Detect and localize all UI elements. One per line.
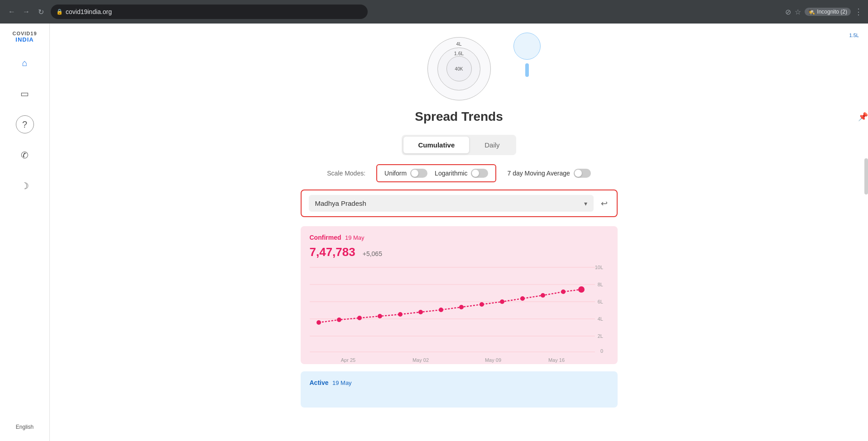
svg-text:Apr 25: Apr 25	[340, 357, 355, 363]
uniform-toggle[interactable]	[410, 169, 427, 178]
svg-point-24	[561, 289, 566, 294]
confirmed-chart-header: Confirmed 19 May	[310, 233, 609, 242]
moving-avg-label: 7 day Moving Average	[507, 170, 570, 177]
uniform-toggle-group: Uniform	[384, 169, 427, 178]
svg-text:10L: 10L	[595, 265, 603, 270]
svg-text:4L: 4L	[597, 316, 603, 322]
svg-point-16	[398, 312, 403, 317]
pin-icon[interactable]: 📌	[858, 112, 868, 122]
svg-point-12	[317, 320, 321, 325]
svg-point-18	[439, 308, 443, 312]
moving-average-group: 7 day Moving Average	[507, 169, 590, 178]
forward-button[interactable]: →	[20, 5, 33, 18]
svg-text:8L: 8L	[597, 282, 603, 287]
svg-point-15	[378, 314, 382, 318]
scale-modes-box: Uniform Logarithmic	[376, 164, 496, 182]
tab-cumulative[interactable]: Cumulative	[403, 137, 469, 153]
active-chart-header: Active 19 May	[310, 379, 609, 387]
map-bubble-legend-area: 4L 1.6L 40K	[50, 24, 868, 100]
active-chart: Active 19 May 1.5L	[301, 371, 618, 408]
menu-icon[interactable]: ⋮	[854, 7, 863, 17]
bubble-label-1-6l: 1.6L	[454, 51, 464, 56]
svg-point-22	[520, 296, 525, 301]
scale-modes-label: Scale Modes:	[327, 170, 365, 177]
state-selector-container: Madhya Pradesh ▾ ↩	[50, 190, 868, 217]
logo-covid19: COVID19	[12, 31, 37, 36]
url-text: covid19india.org	[66, 8, 112, 15]
sidebar-logo: COVID19 INDIA	[12, 31, 37, 43]
svg-text:May 09: May 09	[484, 357, 501, 363]
confirmed-chart-date: 19 May	[345, 234, 364, 241]
active-chart-date: 19 May	[332, 379, 352, 386]
chevron-down-icon: ▾	[584, 200, 587, 207]
sidebar: COVID19 INDIA ⌂ ▭ ? ✆ ☽ English	[0, 24, 50, 441]
lock-icon: 🔒	[56, 9, 63, 15]
chart-tabs: Cumulative Daily	[402, 135, 516, 155]
tab-daily[interactable]: Daily	[470, 137, 514, 153]
browser-chrome-bar: ← → ↻ 🔒 covid19india.org ⊘ ☆ 🕵 Incognito…	[0, 0, 868, 24]
uniform-label: Uniform	[384, 170, 407, 177]
svg-point-13	[337, 318, 341, 322]
sidebar-item-phone[interactable]: ✆	[16, 146, 34, 164]
sidebar-item-darkmode[interactable]: ☽	[16, 177, 34, 195]
svg-text:May 02: May 02	[412, 357, 428, 363]
svg-point-14	[357, 316, 362, 320]
sidebar-item-home[interactable]: ⌂	[16, 54, 34, 72]
nav-buttons: ← → ↻	[5, 5, 47, 18]
sidebar-item-book[interactable]: ▭	[16, 85, 34, 103]
logo-india: INDIA	[12, 36, 37, 43]
confirmed-chart-svg: 10L 8L 6L 4L 2L 0	[310, 265, 609, 355]
state-selector-box: Madhya Pradesh ▾ ↩	[301, 190, 618, 217]
bubble-label-4l: 4L	[456, 41, 461, 47]
svg-point-20	[480, 302, 484, 307]
logarithmic-toggle-group: Logarithmic	[435, 169, 488, 178]
confirmed-chart-label: Confirmed	[310, 234, 341, 241]
reload-button[interactable]: ↻	[34, 5, 47, 18]
svg-text:6L: 6L	[597, 299, 603, 304]
sidebar-item-help[interactable]: ?	[16, 115, 34, 133]
reset-state-button[interactable]: ↩	[599, 197, 609, 210]
logarithmic-toggle[interactable]	[471, 169, 488, 178]
no-camera-icon: ⊘	[785, 8, 791, 16]
sidebar-icon-list: ⌂ ▭ ? ✆ ☽	[16, 54, 34, 424]
svg-point-19	[459, 305, 464, 309]
scroll-indicator[interactable]	[864, 158, 868, 194]
selected-state: Madhya Pradesh	[315, 199, 366, 207]
svg-point-25	[578, 286, 585, 293]
active-chart-label: Active	[310, 379, 329, 386]
chart-controls-row: Scale Modes: Uniform Logarithmic	[50, 164, 868, 182]
bubble-label-40k: 40K	[455, 66, 463, 71]
confirmed-chart: Confirmed 19 May 7,47,783 +5,065 10L 8L	[301, 226, 618, 364]
confirmed-chart-value: 7,47,783	[310, 245, 355, 259]
moving-avg-toggle[interactable]	[574, 169, 591, 178]
incognito-badge: 🕵 Incognito (2)	[805, 8, 851, 16]
spread-trends-section: Spread Trends 📌 Cumulative Daily Scale M…	[50, 100, 868, 417]
incognito-label: Incognito (2)	[817, 9, 847, 15]
browser-toolbar-right: ⊘ ☆ 🕵 Incognito (2) ⋮	[785, 7, 863, 17]
svg-point-23	[541, 293, 545, 298]
logarithmic-label: Logarithmic	[435, 170, 467, 177]
svg-point-17	[418, 310, 423, 314]
bookmark-star-icon[interactable]: ☆	[795, 8, 801, 16]
charts-container: Confirmed 19 May 7,47,783 +5,065 10L 8L	[301, 226, 618, 408]
confirmed-chart-delta: +5,065	[363, 250, 382, 257]
svg-text:May 16: May 16	[548, 357, 564, 363]
section-title: Spread Trends	[415, 109, 503, 124]
main-content: 4L 1.6L 40K Spread Trends 📌	[50, 24, 868, 441]
address-bar[interactable]: 🔒 covid19india.org	[51, 5, 368, 19]
chart-tabs-container: Cumulative Daily	[50, 135, 868, 155]
svg-text:0: 0	[600, 348, 603, 354]
svg-point-21	[500, 299, 504, 304]
incognito-icon: 🕵	[808, 9, 815, 15]
back-button[interactable]: ←	[5, 5, 18, 18]
section-header: Spread Trends 📌	[50, 109, 868, 124]
svg-text:2L: 2L	[597, 333, 603, 339]
language-selector[interactable]: English	[16, 424, 34, 434]
state-dropdown[interactable]: Madhya Pradesh ▾	[309, 195, 594, 212]
